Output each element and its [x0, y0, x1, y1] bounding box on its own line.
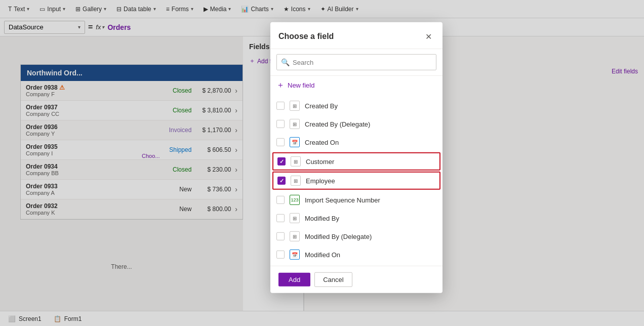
field-checkbox[interactable] [276, 102, 285, 110]
field-label: Created By (Delegate) [305, 120, 436, 128]
field-item-customer[interactable]: ⊞ Customer [272, 152, 440, 171]
field-label: Modified By (Delegate) [305, 232, 436, 240]
choose-field-modal: Choose a field ✕ 🔍 ＋ New field ⊞ Created… [270, 22, 442, 293]
field-checkbox[interactable] [277, 177, 286, 185]
search-input[interactable] [293, 58, 432, 66]
field-checkbox[interactable] [276, 138, 285, 146]
field-label: Created By [305, 102, 436, 109]
modal-footer: Add Cancel [270, 266, 442, 293]
field-item-modified-by-delegate[interactable]: ⊞ Modified By (Delegate) [270, 227, 442, 246]
field-item-import-sequence[interactable]: 123 Import Sequence Number [270, 191, 442, 209]
field-item-created-by-delegate[interactable]: ⊞ Created By (Delegate) [270, 115, 442, 133]
field-label: Import Sequence Number [305, 196, 436, 203]
field-label: Modified By [305, 214, 436, 222]
field-item-created-on[interactable]: 📅 Created On [270, 133, 442, 151]
field-checkbox[interactable] [276, 214, 285, 222]
field-checkbox[interactable] [276, 251, 285, 259]
field-type-icon: ⊞ [290, 119, 300, 129]
search-icon: 🔍 [281, 58, 290, 66]
field-item-modified-on[interactable]: 📅 Modified On [270, 246, 442, 264]
modal-header: Choose a field ✕ [270, 22, 442, 49]
modal-title: Choose a field [278, 32, 334, 41]
field-type-icon: ⊞ [290, 231, 300, 241]
field-checkbox[interactable] [276, 232, 285, 240]
search-box: 🔍 [276, 54, 436, 70]
field-checkbox[interactable] [276, 196, 285, 204]
add-button[interactable]: Add [278, 273, 310, 287]
field-type-icon: ⊞ [291, 156, 301, 167]
field-label: Employee [306, 177, 435, 184]
field-type-icon: ⊞ [290, 101, 300, 111]
field-item-modified-by[interactable]: ⊞ Modified By [270, 209, 442, 227]
field-item-employee[interactable]: ⊞ Employee [272, 172, 440, 190]
modal-close-button[interactable]: ✕ [422, 30, 434, 43]
field-label: Customer [306, 157, 435, 165]
field-type-icon: ⊞ [290, 213, 300, 223]
cancel-button[interactable]: Cancel [314, 272, 352, 287]
field-item-created-by[interactable]: ⊞ Created By [270, 97, 442, 115]
plus-icon: ＋ [276, 80, 285, 91]
field-label: Created On [305, 138, 436, 146]
field-type-icon: ⊞ [291, 176, 301, 186]
field-type-icon: 123 [290, 195, 300, 205]
field-type-icon: 📅 [290, 250, 300, 260]
field-list: ⊞ Created By ⊞ Created By (Delegate) 📅 C… [270, 95, 442, 266]
new-field-button[interactable]: ＋ New field [270, 76, 442, 95]
field-label: Modified On [305, 251, 436, 258]
field-type-icon: 📅 [290, 137, 300, 147]
field-checkbox[interactable] [276, 120, 285, 128]
field-checkbox[interactable] [277, 157, 286, 166]
modal-search-area: 🔍 [270, 49, 442, 76]
